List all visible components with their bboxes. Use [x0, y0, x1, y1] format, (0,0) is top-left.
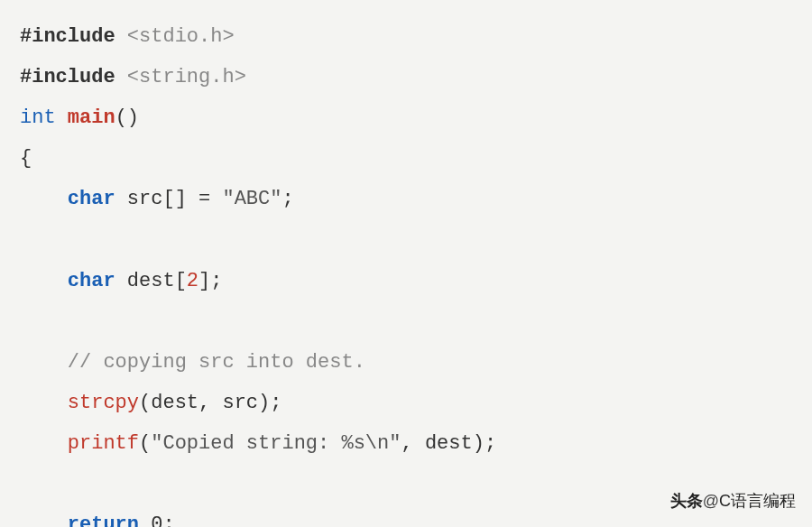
code-line-8	[20, 301, 792, 342]
include-string: <string.h>	[127, 66, 246, 88]
code-line-6	[20, 219, 792, 260]
function-main: main	[68, 106, 115, 129]
keyword-return: return	[68, 513, 139, 527]
var-src: src[] =	[115, 188, 223, 210]
return-val: 0	[139, 513, 162, 527]
keyword-int: int	[20, 106, 56, 129]
paren-open: (	[139, 432, 151, 455]
code-line-11: printf("Copied string: %s\n", dest);	[20, 423, 792, 464]
preproc-include: #include	[20, 25, 115, 48]
comment-line: // copying src into dest.	[68, 351, 365, 374]
semicolon: ;	[162, 513, 174, 527]
include-stdio: <stdio.h>	[127, 25, 235, 48]
number-2: 2	[187, 270, 198, 292]
code-block: #include <stdio.h> #include <string.h> i…	[20, 16, 792, 527]
watermark-prefix: 头条	[670, 492, 703, 510]
var-dest: dest[	[115, 270, 187, 292]
code-line-4: {	[20, 138, 792, 179]
keyword-char: char	[68, 188, 115, 210]
function-printf: printf	[68, 432, 139, 455]
string-format: "Copied string: %s\n"	[151, 432, 401, 455]
code-line-1: #include <stdio.h>	[20, 16, 792, 57]
function-strcpy: strcpy	[68, 392, 139, 414]
watermark: 头条@C语言编程	[670, 485, 796, 518]
code-line-5: char src[] = "ABC";	[20, 179, 792, 219]
code-line-10: strcpy(dest, src);	[20, 383, 792, 423]
watermark-name: C语言编程	[719, 492, 796, 510]
code-line-3: int main()	[20, 97, 792, 138]
preproc-include: #include	[20, 66, 115, 88]
printf-rest: , dest);	[401, 432, 496, 455]
code-line-2: #include <string.h>	[20, 57, 792, 97]
watermark-at: @	[703, 492, 719, 510]
string-abc: "ABC"	[222, 188, 281, 210]
code-line-7: char dest[2];	[20, 261, 792, 301]
keyword-char: char	[68, 270, 115, 292]
code-line-9: // copying src into dest.	[20, 342, 792, 383]
strcpy-args: (dest, src);	[139, 392, 281, 414]
semicolon: ;	[281, 188, 293, 210]
brace-open: {	[20, 147, 32, 170]
parens: ()	[115, 106, 139, 129]
bracket-close: ];	[198, 270, 222, 292]
